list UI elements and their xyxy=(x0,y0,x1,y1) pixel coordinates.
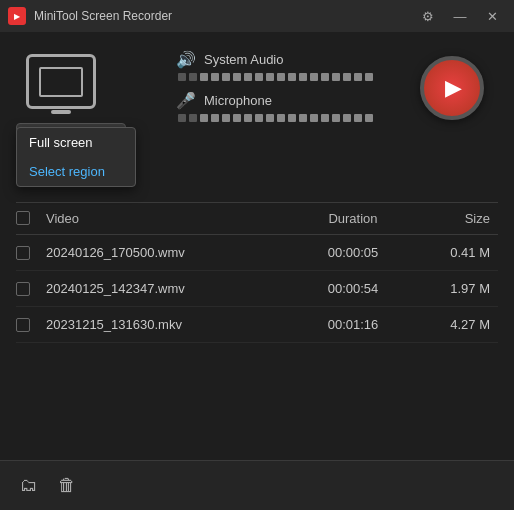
checkbox-header-col xyxy=(16,211,46,226)
duration-cell: 00:00:05 xyxy=(298,245,408,260)
filename-cell: 20240125_142347.wmv xyxy=(46,281,298,296)
record-button-wrap xyxy=(420,56,484,120)
dropdown-item-fullscreen[interactable]: Full screen xyxy=(17,128,135,157)
window-controls: ⚙ — ✕ xyxy=(414,5,506,27)
select-all-checkbox[interactable] xyxy=(16,211,30,225)
dropdown-item-select-region[interactable]: Select region xyxy=(17,157,135,186)
filename-cell: 20240126_170500.wmv xyxy=(46,245,298,260)
screen-mode-menu: Full screen Select region xyxy=(16,127,136,187)
table-row[interactable]: 20240126_170500.wmv 00:00:05 0.41 M xyxy=(16,235,498,271)
duration-cell: 00:00:54 xyxy=(298,281,408,296)
title-bar: MiniTool Screen Recorder ⚙ — ✕ xyxy=(0,0,514,32)
row-checkbox-col xyxy=(16,318,46,332)
app-logo xyxy=(8,7,26,25)
footer: 🗂 🗑 xyxy=(0,460,514,510)
close-button[interactable]: ✕ xyxy=(478,5,506,27)
record-button[interactable] xyxy=(420,56,484,120)
size-cell: 4.27 M xyxy=(408,317,498,332)
folder-icon: 🗂 xyxy=(20,475,38,496)
duration-cell: 00:01:16 xyxy=(298,317,408,332)
row-checkbox-col xyxy=(16,246,46,260)
microphone-label: Microphone xyxy=(204,93,272,108)
delete-button[interactable]: 🗑 xyxy=(54,471,80,500)
microphone-icon: 🎤 xyxy=(176,91,196,110)
trash-icon: 🗑 xyxy=(58,475,76,496)
system-audio-label: System Audio xyxy=(204,52,284,67)
row-checkbox[interactable] xyxy=(16,318,30,332)
table-header: Video Duration Size xyxy=(16,203,498,235)
settings-button[interactable]: ⚙ xyxy=(414,5,442,27)
size-col-header: Size xyxy=(408,211,498,226)
table-row[interactable]: 20231215_131630.mkv 00:01:16 4.27 M xyxy=(16,307,498,343)
row-checkbox-col xyxy=(16,282,46,296)
video-table: Video Duration Size 20240126_170500.wmv … xyxy=(16,202,498,343)
duration-col-header: Duration xyxy=(298,211,408,226)
open-folder-button[interactable]: 🗂 xyxy=(16,471,42,500)
app-title: MiniTool Screen Recorder xyxy=(34,9,414,23)
size-cell: 0.41 M xyxy=(408,245,498,260)
table-row[interactable]: 20240125_142347.wmv 00:00:54 1.97 M xyxy=(16,271,498,307)
minimize-button[interactable]: — xyxy=(446,5,474,27)
row-checkbox[interactable] xyxy=(16,246,30,260)
speaker-icon: 🔊 xyxy=(176,50,196,69)
screen-preview-icon xyxy=(26,54,96,109)
row-checkbox[interactable] xyxy=(16,282,30,296)
size-cell: 1.97 M xyxy=(408,281,498,296)
filename-cell: 20231215_131630.mkv xyxy=(46,317,298,332)
video-col-header: Video xyxy=(46,211,298,226)
screen-inner-frame xyxy=(39,67,83,97)
